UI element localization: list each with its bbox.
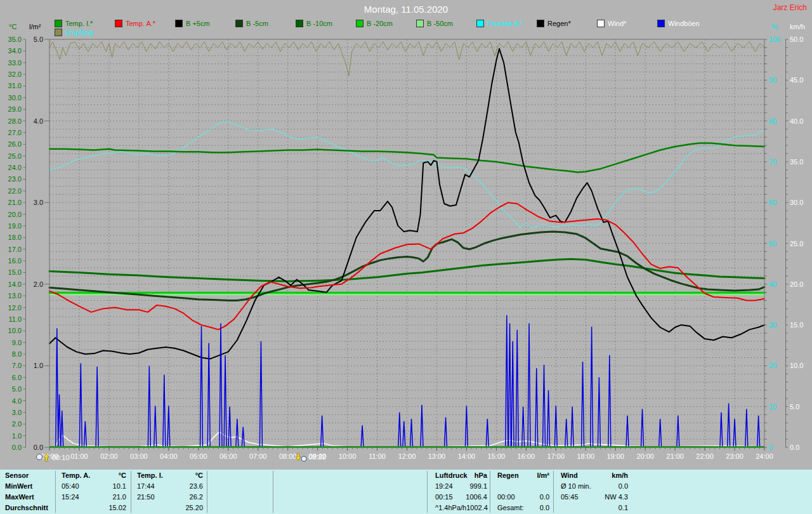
table-row: Regenl/m² bbox=[497, 470, 549, 480]
column-luftdruck: LuftdruckhPa19:24999.100:151006.4^1.4hPa… bbox=[435, 470, 487, 514]
table-row: Ø 10 min.0.0 bbox=[561, 480, 628, 491]
table-row: 05:45NW 4.3 bbox=[561, 491, 628, 502]
svg-text:3.0: 3.0 bbox=[34, 199, 43, 206]
humidity-axis: 0102030405060708090100 bbox=[764, 36, 780, 451]
svg-text:25.0: 25.0 bbox=[790, 240, 803, 247]
table-cell: 1002.4 bbox=[466, 504, 488, 511]
table-row: 25.20 bbox=[137, 502, 203, 513]
table-cell: NW 4.3 bbox=[605, 493, 628, 501]
table-row bbox=[497, 480, 549, 491]
svg-text:03:00: 03:00 bbox=[130, 452, 148, 460]
table-row: 15.02 bbox=[62, 502, 126, 513]
svg-text:08:00: 08:00 bbox=[279, 452, 297, 460]
svg-text:10.0: 10.0 bbox=[8, 327, 22, 334]
table-cell: Regen bbox=[497, 471, 519, 479]
row-label: Durchschnitt bbox=[5, 502, 53, 513]
table-cell: 23.6 bbox=[190, 482, 203, 490]
svg-text:02:00: 02:00 bbox=[100, 452, 118, 460]
table-cell: °C bbox=[119, 471, 126, 479]
svg-text:18:00: 18:00 bbox=[577, 452, 594, 460]
svg-text:0.0: 0.0 bbox=[12, 444, 22, 451]
svg-text:80: 80 bbox=[769, 117, 776, 125]
svg-text:20.0: 20.0 bbox=[790, 280, 803, 288]
svg-text:22.0: 22.0 bbox=[8, 187, 22, 195]
table-cell: ^1.4hPa/h bbox=[435, 504, 466, 511]
svg-text:15.0: 15.0 bbox=[790, 321, 803, 329]
svg-text:07:00: 07:00 bbox=[249, 452, 267, 460]
table-cell: l/m² bbox=[537, 471, 549, 479]
moon-icon bbox=[37, 454, 43, 460]
table-cell: km/h bbox=[612, 471, 628, 479]
table-cell: Wind bbox=[561, 471, 578, 479]
table-cell: 21:50 bbox=[137, 493, 155, 501]
table-cell: 10.1 bbox=[113, 482, 126, 490]
table-row: 17:4423.6 bbox=[137, 480, 203, 491]
svg-text:0.0: 0.0 bbox=[790, 444, 799, 451]
svg-text:35.0: 35.0 bbox=[790, 158, 803, 166]
svg-text:14.0: 14.0 bbox=[8, 280, 22, 288]
svg-text:25.0: 25.0 bbox=[8, 152, 22, 160]
svg-text:7.0: 7.0 bbox=[12, 362, 22, 369]
table-separator bbox=[427, 471, 428, 513]
table-separator bbox=[131, 471, 131, 513]
svg-text:27.0: 27.0 bbox=[8, 129, 22, 136]
row-label-column: SensorMinWertMaxWertDurchschnitt bbox=[5, 470, 53, 514]
table-cell: Ø 10 min. bbox=[561, 482, 591, 490]
svg-text:4.0: 4.0 bbox=[34, 117, 43, 125]
svg-text:40.0: 40.0 bbox=[790, 117, 803, 125]
row-label: MaxWert bbox=[5, 491, 53, 502]
svg-text:12:00: 12:00 bbox=[398, 452, 416, 460]
table-cell: 17:44 bbox=[137, 482, 155, 490]
row-label: MinWert bbox=[5, 480, 53, 491]
summary-table: SensorMinWertMaxWertDurchschnittTemp. A.… bbox=[0, 470, 812, 514]
table-cell: 15.02 bbox=[108, 504, 126, 511]
table-cell: 15:24 bbox=[62, 493, 79, 501]
svg-text:70: 70 bbox=[769, 158, 776, 166]
svg-text:12.0: 12.0 bbox=[8, 304, 22, 312]
svg-text:1.0: 1.0 bbox=[12, 432, 22, 440]
table-cell: °C bbox=[195, 471, 203, 479]
svg-text:06:00: 06:00 bbox=[219, 452, 237, 460]
svg-text:50: 50 bbox=[769, 240, 776, 247]
svg-text:23.0: 23.0 bbox=[8, 175, 22, 183]
svg-text:22:00: 22:00 bbox=[696, 452, 714, 460]
svg-text:34.0: 34.0 bbox=[8, 47, 22, 55]
time-axis: 00:0001:0002:0003:0004:0005:0006:0007:00… bbox=[41, 447, 773, 460]
table-row: 19:24999.1 bbox=[435, 480, 487, 491]
chart-plot: 0.01.02.03.04.05.06.07.08.09.010.011.012… bbox=[0, 0, 812, 470]
svg-text:60: 60 bbox=[769, 199, 776, 206]
svg-text:16.0: 16.0 bbox=[8, 257, 22, 265]
table-cell: Temp. I. bbox=[137, 471, 163, 479]
svg-text:21.0: 21.0 bbox=[8, 199, 22, 206]
svg-text:05:00: 05:00 bbox=[190, 452, 207, 460]
svg-text:16:00: 16:00 bbox=[518, 452, 535, 460]
grid bbox=[49, 39, 764, 447]
svg-text:30.0: 30.0 bbox=[790, 199, 803, 206]
temp-axis: 0.01.02.03.04.05.06.07.08.09.010.011.012… bbox=[8, 36, 26, 451]
svg-text:33.0: 33.0 bbox=[8, 59, 22, 67]
svg-text:19:00: 19:00 bbox=[606, 452, 624, 460]
svg-text:11:00: 11:00 bbox=[369, 452, 386, 460]
svg-text:15:00: 15:00 bbox=[488, 452, 506, 460]
table-separator bbox=[490, 471, 490, 513]
svg-text:30.0: 30.0 bbox=[8, 94, 22, 102]
svg-text:10: 10 bbox=[769, 403, 776, 411]
svg-text:50.0: 50.0 bbox=[790, 36, 803, 43]
svg-text:40: 40 bbox=[769, 280, 776, 288]
svg-text:11.0: 11.0 bbox=[8, 315, 22, 323]
svg-text:24.0: 24.0 bbox=[8, 164, 22, 171]
table-row: 00:151006.4 bbox=[435, 491, 487, 502]
svg-text:01:00: 01:00 bbox=[70, 452, 88, 460]
table-cell: 0.0 bbox=[619, 482, 628, 490]
svg-text:15.0: 15.0 bbox=[8, 268, 22, 276]
svg-text:29.0: 29.0 bbox=[8, 105, 22, 113]
series-temp_a-line bbox=[49, 202, 764, 329]
table-cell: 26.2 bbox=[190, 493, 203, 501]
svg-text:3.0: 3.0 bbox=[12, 409, 22, 416]
weather-station-page: Montag, 11.05.2020 Jarz Erich °C l/m² % … bbox=[0, 0, 812, 514]
table-row: 15:2421.0 bbox=[62, 491, 126, 502]
svg-text:0: 0 bbox=[769, 444, 773, 451]
svg-text:21:00: 21:00 bbox=[666, 452, 684, 460]
svg-text:0.0: 0.0 bbox=[34, 444, 43, 451]
moonset-time: 08:32 bbox=[308, 453, 326, 461]
